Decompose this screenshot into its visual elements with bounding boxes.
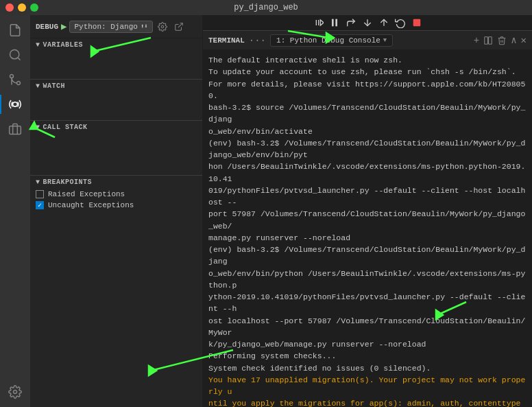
terminal-container: TERMINAL ··· 1: Python Debug Console ▼ + xyxy=(203,30,532,407)
continue-button[interactable] xyxy=(311,15,326,30)
svg-rect-15 xyxy=(485,36,488,44)
svg-line-8 xyxy=(178,23,182,27)
raised-exceptions-checkbox[interactable] xyxy=(36,190,44,198)
activity-bar xyxy=(0,15,30,407)
debug-start-button[interactable]: ▶ xyxy=(61,21,66,32)
debug-config-select[interactable]: Python: Django ⬆⬇ xyxy=(69,21,152,33)
svg-rect-14 xyxy=(413,19,421,27)
add-terminal-button[interactable]: + xyxy=(474,35,479,46)
terminal-line: o_web/env/bin/python /Users/BeaulinTwink… xyxy=(208,268,527,292)
debug-activity-icon[interactable] xyxy=(5,95,25,114)
watch-section-header[interactable]: ▼ WATCH xyxy=(30,79,202,93)
step-out-button[interactable] xyxy=(376,15,391,30)
svg-point-3 xyxy=(10,75,14,78)
call-stack-content xyxy=(30,134,202,175)
svg-point-0 xyxy=(10,50,19,59)
maximize-terminal-button[interactable]: ∧ xyxy=(511,34,516,46)
breakpoints-section-header[interactable]: ▼ BREAKPOINTS xyxy=(30,175,202,189)
terminal-actions: + ∧ xyxy=(474,34,527,46)
terminal-body[interactable]: The default interactive shell is now zsh… xyxy=(203,50,532,407)
breakpoints-content: Raised Exceptions ✓ Uncaught Exceptions xyxy=(30,189,202,213)
window-controls xyxy=(5,3,38,12)
terminal-line: To update your account to use zsh, pleas… xyxy=(208,66,527,78)
right-panel: TERMINAL ··· 1: Python Debug Console ▼ + xyxy=(203,15,532,407)
terminal-header: TERMINAL ··· 1: Python Debug Console ▼ + xyxy=(203,31,532,50)
terminal-line: (env) bash-3.2$ /Volumes/Transcend/Cloud… xyxy=(208,137,527,161)
terminal-line: System check identified no issues (0 sil… xyxy=(208,362,527,374)
close-button[interactable] xyxy=(5,3,14,12)
minimize-button[interactable] xyxy=(18,3,26,12)
variables-section-header[interactable]: ▼ VARIABLES xyxy=(30,38,202,51)
call-stack-chevron-icon: ▼ xyxy=(36,124,40,131)
watch-content xyxy=(30,93,202,120)
pause-button[interactable] xyxy=(327,15,342,30)
svg-rect-5 xyxy=(10,126,21,135)
raised-exceptions-item: Raised Exceptions xyxy=(36,189,197,200)
search-activity-icon[interactable] xyxy=(5,45,25,65)
terminal-line: ython-2019.10.41019/pythonFiles/pvtvsd_l… xyxy=(208,291,527,315)
terminal-line: 019/pythonFiles/pvtvsd_launcher.py --def… xyxy=(208,185,527,209)
debug-label: DEBUG xyxy=(36,23,58,31)
variables-chevron-icon: ▼ xyxy=(36,41,40,49)
terminal-line: bash-3.2$ source /Volumes/Transcend/Clou… xyxy=(208,102,527,126)
split-terminal-button[interactable] xyxy=(483,36,493,45)
delete-terminal-button[interactable] xyxy=(497,36,507,45)
svg-point-7 xyxy=(161,25,164,28)
uncaught-exceptions-label: Uncaught Exceptions xyxy=(48,201,134,209)
terminal-line: manage.py runserver --noreload xyxy=(208,232,527,244)
debug-settings-btn[interactable] xyxy=(156,20,169,34)
terminal-line: (env) bash-3.2$ /Volumes/Transcend/Cloud… xyxy=(208,244,527,268)
svg-line-1 xyxy=(18,58,21,60)
variables-content xyxy=(30,51,202,79)
debug-config-name: Python: Django xyxy=(74,23,137,31)
files-activity-icon[interactable] xyxy=(5,21,25,40)
watch-chevron-icon: ▼ xyxy=(36,82,40,90)
terminal-line: port 57987 /Volumes/Transcend/CloudStati… xyxy=(208,208,527,232)
svg-rect-12 xyxy=(332,19,334,27)
title-bar: py_django_web xyxy=(0,0,532,15)
call-stack-section-header[interactable]: ▼ CALL STACK xyxy=(30,120,202,134)
terminal-line: ost localhost --port 57987 /Volumes/Tran… xyxy=(208,315,527,339)
svg-rect-16 xyxy=(489,36,492,44)
terminal-tab[interactable]: 1: Python Debug Console ▼ xyxy=(270,34,393,47)
terminal-line: k/py_django_web/manage.py runserver --no… xyxy=(208,338,527,350)
terminal-line: For more details, please visit https://s… xyxy=(208,78,527,102)
sidebar: DEBUG ▶ Python: Django ⬆⬇ xyxy=(30,15,203,407)
dropdown-arrow-icon: ⬆⬇ xyxy=(141,23,148,30)
uncaught-exceptions-item: ✓ Uncaught Exceptions xyxy=(36,200,197,211)
terminal-line: The default interactive shell is now zsh… xyxy=(208,54,527,66)
terminal-title: TERMINAL xyxy=(208,36,245,45)
uncaught-exceptions-checkbox[interactable]: ✓ xyxy=(36,201,44,209)
breakpoints-chevron-icon: ▼ xyxy=(36,178,40,186)
terminal-tab-label: 1: Python Debug Console xyxy=(276,36,380,45)
terminal-menu-button[interactable]: ··· xyxy=(249,35,266,46)
stop-button[interactable] xyxy=(409,15,424,30)
breakpoints-label: BREAKPOINTS xyxy=(43,178,93,186)
svg-point-4 xyxy=(13,102,18,107)
open-editor-btn[interactable] xyxy=(172,20,186,34)
debug-toolbar: DEBUG ▶ Python: Django ⬆⬇ xyxy=(30,15,202,38)
restart-button[interactable] xyxy=(393,15,408,30)
svg-marker-11 xyxy=(320,20,324,25)
close-terminal-button[interactable]: ✕ xyxy=(521,34,527,46)
variables-label: VARIABLES xyxy=(43,41,84,49)
step-into-button[interactable] xyxy=(360,15,375,30)
terminal-line: Performing system checks... xyxy=(208,350,527,362)
settings-activity-icon[interactable] xyxy=(5,382,25,402)
window-title: py_django_web xyxy=(234,3,298,12)
svg-rect-13 xyxy=(335,19,337,27)
raised-exceptions-label: Raised Exceptions xyxy=(48,190,125,198)
svg-point-6 xyxy=(14,391,17,394)
step-over-button[interactable] xyxy=(343,15,359,30)
call-stack-label: CALL STACK xyxy=(43,124,88,131)
extensions-activity-icon[interactable] xyxy=(5,119,25,139)
watch-label: WATCH xyxy=(43,82,66,90)
maximize-button[interactable] xyxy=(30,3,38,12)
terminal-line: o_web/env/bin/activate xyxy=(208,126,527,137)
terminal-line: You have 17 unapplied migration(s). Your… xyxy=(208,374,527,398)
svg-point-2 xyxy=(17,82,21,85)
debug-controls-bar xyxy=(203,15,532,30)
terminal-line: ntil you apply the migrations for app(s)… xyxy=(208,397,527,407)
terminal-tab-chevron-icon: ▼ xyxy=(383,37,387,44)
source-control-activity-icon[interactable] xyxy=(5,70,25,89)
